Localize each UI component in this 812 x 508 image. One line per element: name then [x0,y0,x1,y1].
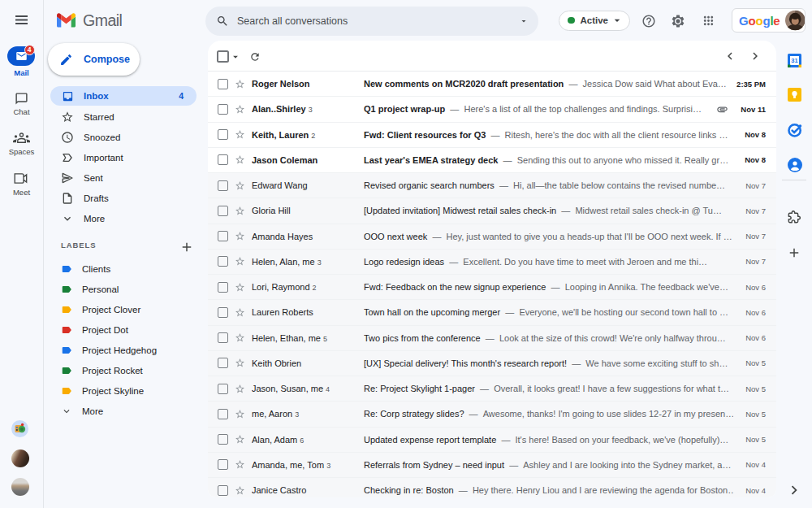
svg-text:31: 31 [791,57,797,64]
